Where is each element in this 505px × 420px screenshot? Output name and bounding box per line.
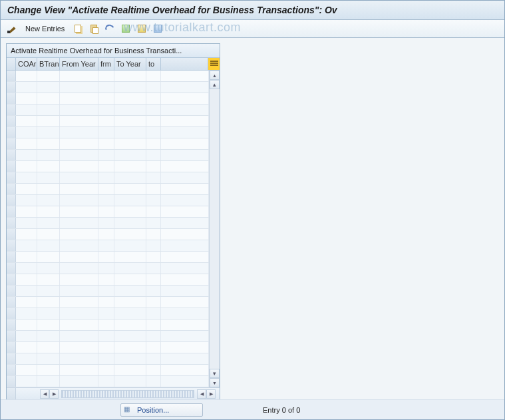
cell-tyear[interactable] [114,274,146,285]
row-selector[interactable] [7,229,16,240]
cell-to[interactable] [146,297,161,308]
cell-tyear[interactable] [114,240,146,251]
row-selector[interactable] [7,365,16,375]
cell-frm[interactable] [98,229,114,240]
hscroll-track[interactable] [61,390,194,398]
cell-tyear[interactable] [114,376,146,387]
table-row[interactable] [7,116,209,127]
cell-btran[interactable] [37,93,60,104]
cell-fyear[interactable] [60,184,98,194]
row-selector[interactable] [7,376,16,387]
table-row[interactable] [7,319,209,331]
cell-frm[interactable] [98,274,114,285]
cell-btran[interactable] [37,297,60,308]
cell-frm[interactable] [98,172,114,183]
row-selector[interactable] [7,286,16,296]
cell-coar[interactable] [16,331,37,341]
cell-btran[interactable] [37,105,60,115]
table-row[interactable] [7,71,209,82]
table-row[interactable] [7,297,209,308]
cell-to[interactable] [146,229,161,240]
cell-fyear[interactable] [60,308,98,319]
cell-frm[interactable] [98,252,114,262]
scroll-track[interactable] [210,89,220,369]
row-selector[interactable] [7,172,16,183]
new-entries-button[interactable]: New Entries [21,22,69,35]
cell-btran[interactable] [37,218,60,228]
cell-frm[interactable] [98,138,114,149]
cell-fyear[interactable] [60,82,98,93]
cell-fyear[interactable] [60,127,98,138]
cell-fyear[interactable] [60,93,98,104]
cell-btran[interactable] [37,353,60,364]
table-row[interactable] [7,274,209,286]
cell-frm[interactable] [98,93,114,104]
cell-coar[interactable] [16,252,37,262]
cell-btran[interactable] [37,342,60,353]
row-selector[interactable] [7,105,16,115]
table-row[interactable] [7,308,209,319]
cell-btran[interactable] [37,195,60,206]
cell-tyear[interactable] [114,342,146,353]
table-row[interactable] [7,127,209,138]
cell-fyear[interactable] [60,71,98,81]
cell-to[interactable] [146,82,161,93]
column-header-coar[interactable]: COAr [16,58,37,70]
cell-tyear[interactable] [114,365,146,375]
cell-coar[interactable] [16,263,37,274]
cell-frm[interactable] [98,71,114,81]
table-row[interactable] [7,195,209,206]
copy-as-button[interactable] [86,22,101,35]
table-row[interactable] [7,184,209,195]
row-selector[interactable] [7,331,16,341]
cell-coar[interactable] [16,172,37,183]
cell-tyear[interactable] [114,93,146,104]
row-selector[interactable] [7,308,16,319]
row-selector[interactable] [7,240,16,251]
table-row[interactable] [7,105,209,116]
cell-to[interactable] [146,286,161,296]
cell-btran[interactable] [37,229,60,240]
cell-frm[interactable] [98,308,114,319]
column-header-fyear[interactable]: From Year [60,58,98,70]
cell-btran[interactable] [37,286,60,296]
table-row[interactable] [7,240,209,252]
pencil-icon-button[interactable] [5,22,19,35]
cell-tyear[interactable] [114,331,146,341]
cell-fyear[interactable] [60,297,98,308]
cell-coar[interactable] [16,116,37,126]
row-selector[interactable] [7,184,16,194]
cell-coar[interactable] [16,150,37,160]
cell-coar[interactable] [16,376,37,387]
cell-fyear[interactable] [60,342,98,353]
cell-fyear[interactable] [60,206,98,217]
table-row[interactable] [7,342,209,353]
cell-tyear[interactable] [114,184,146,194]
cell-fyear[interactable] [60,150,98,160]
cell-frm[interactable] [98,105,114,115]
cell-frm[interactable] [98,161,114,172]
cell-fyear[interactable] [60,274,98,285]
cell-tyear[interactable] [114,172,146,183]
cell-frm[interactable] [98,127,114,138]
cell-tyear[interactable] [114,138,146,149]
column-header-btran[interactable]: BTran [37,58,60,70]
cell-btran[interactable] [37,82,60,93]
table-row[interactable] [7,353,209,365]
cell-coar[interactable] [16,218,37,228]
cell-fyear[interactable] [60,218,98,228]
table-row[interactable] [7,82,209,93]
cell-tyear[interactable] [114,286,146,296]
table-row[interactable] [7,150,209,161]
cell-to[interactable] [146,331,161,341]
cell-fyear[interactable] [60,319,98,330]
cell-tyear[interactable] [114,263,146,274]
vertical-scrollbar[interactable]: ▲ ▴ ▾ ▼ [209,71,220,387]
cell-frm[interactable] [98,195,114,206]
cell-frm[interactable] [98,331,114,341]
cell-coar[interactable] [16,93,37,104]
table-row[interactable] [7,138,209,150]
cell-coar[interactable] [16,138,37,149]
cell-coar[interactable] [16,274,37,285]
column-header-frm[interactable]: frm [98,58,114,70]
